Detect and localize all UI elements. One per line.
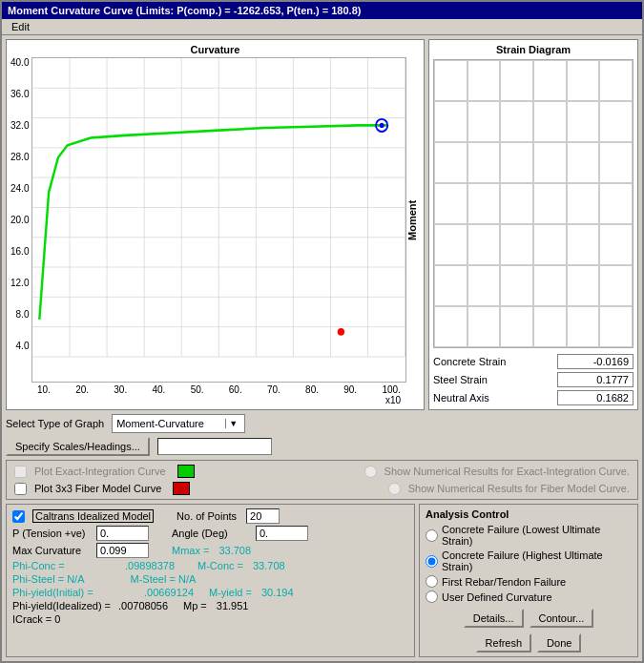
- option4-row: User Defined Curvature: [426, 590, 632, 603]
- bottom-section: Caltrans Idealized Model No. of Points P…: [6, 504, 638, 657]
- mp-value: 31.951: [217, 600, 249, 611]
- phi-conc-label: Phi-Conc =: [12, 560, 117, 571]
- exact-integration-checkbox[interactable]: [14, 466, 27, 478]
- chart-svg: [32, 58, 405, 382]
- title-bar: Moment Curvature Curve (Limits: P(comp.)…: [2, 2, 642, 19]
- strain-cell: [500, 183, 533, 224]
- exact-integration-row: Plot Exact-Integration Curve Show Numeri…: [14, 465, 630, 478]
- main-content: Curvature 40.0 36.0 32.0 28.0 24.0 20.0 …: [2, 35, 642, 661]
- steel-strain-label: Steel Strain: [433, 374, 488, 385]
- strain-cell: [434, 224, 467, 265]
- chart-panel: Curvature 40.0 36.0 32.0 28.0 24.0 20.0 …: [6, 39, 425, 410]
- strain-cell: [500, 224, 533, 265]
- phi-conc-row: Phi-Conc = .09898378 M-Conc = 33.708: [12, 560, 408, 571]
- strain-cell: [599, 306, 633, 347]
- strain-cell: [467, 60, 501, 101]
- fiber-model-checkbox[interactable]: [14, 483, 27, 495]
- neutral-axis-row: Neutral Axis 0.1682: [433, 390, 634, 405]
- menu-bar: Edit: [2, 19, 642, 35]
- m-conc-value: 33.708: [253, 560, 285, 571]
- strain-cell: [500, 142, 533, 183]
- refresh-done-row: Refresh Done: [426, 633, 632, 653]
- selected-graph-type: Moment-Curvature: [116, 418, 204, 429]
- select-type-label: Select Type of Graph: [6, 418, 104, 429]
- phi-yield-idealized-row: Phi-yield(Idealized) = .00708056 Mp = 31…: [12, 600, 408, 611]
- icrack-label: ICrack = 0: [12, 613, 60, 625]
- specify-scales-button[interactable]: Specify Scales/Headings...: [6, 437, 150, 456]
- p-tension-input[interactable]: [96, 526, 149, 541]
- option2-label: Concrete Failure (Highest Ultimate Strai…: [442, 549, 632, 572]
- strain-panel: Strain Diagram: [428, 39, 638, 410]
- mp-label: Mp =: [183, 600, 207, 611]
- parameters-panel: Caltrans Idealized Model No. of Points P…: [6, 504, 415, 657]
- max-curvature-label: Max Curvature: [12, 545, 89, 556]
- option3-label: First Rebar/Tendon Failure: [442, 576, 566, 588]
- strain-cell: [467, 101, 501, 142]
- strain-values: Concrete Strain -0.0169 Steel Strain 0.1…: [433, 354, 634, 405]
- m-steel-label: M-Steel = N/A: [131, 573, 197, 585]
- strain-cell: [500, 101, 533, 142]
- m-conc-label: M-Conc =: [197, 560, 243, 571]
- option2-row: Concrete Failure (Highest Ultimate Strai…: [426, 549, 632, 572]
- strain-cell: [599, 183, 633, 224]
- strain-cell: [500, 306, 533, 347]
- first-rebar-radio[interactable]: [426, 575, 438, 588]
- strain-cell: [500, 60, 533, 101]
- show-fiber-radio[interactable]: [388, 483, 401, 495]
- window-title: Moment Curvature Curve (Limits: P(comp.)…: [8, 5, 361, 16]
- done-button[interactable]: Done: [537, 633, 581, 653]
- strain-cell: [434, 101, 467, 142]
- concrete-strain-value: -0.0169: [557, 354, 634, 369]
- graph-type-select[interactable]: Moment-Curvature ▼: [112, 414, 245, 433]
- main-window: Moment Curvature Curve (Limits: P(comp.)…: [0, 0, 644, 663]
- p-tension-row: P (Tension +ve) Angle (Deg): [12, 526, 408, 541]
- svg-point-22: [338, 328, 344, 336]
- details-button[interactable]: Details...: [464, 609, 524, 628]
- refresh-button[interactable]: Refresh: [476, 633, 532, 653]
- phi-yield-initial-value: .00669124: [144, 587, 194, 598]
- phi-conc-value: .09898378: [125, 560, 175, 571]
- chart-area: [31, 57, 406, 383]
- caltrans-checkbox[interactable]: [12, 510, 25, 523]
- strain-cell: [434, 60, 467, 101]
- concrete-failure-highest-radio[interactable]: [426, 555, 438, 568]
- exact-integration-label: Plot Exact-Integration Curve: [34, 466, 166, 477]
- x-scale-label: x10: [10, 395, 420, 405]
- max-curvature-row: Max Curvature Mmax = 33.708: [12, 543, 408, 558]
- phi-yield-idealized-value: .00708056: [118, 600, 168, 611]
- moment-label: Moment: [406, 57, 420, 383]
- no-points-input[interactable]: [246, 508, 280, 524]
- m-yield-value: 30.194: [261, 587, 294, 598]
- contour-button[interactable]: Contour...: [530, 609, 594, 628]
- chart-title: Curvature: [10, 44, 420, 55]
- show-exact-label: Show Numerical Results for Exact-Integra…: [384, 466, 630, 477]
- strain-cell: [500, 265, 533, 306]
- analysis-control-panel: Analysis Control Concrete Failure (Lowes…: [419, 504, 638, 657]
- strain-diagram-title: Strain Diagram: [433, 44, 634, 55]
- phi-steel-row: Phi-Steel = N/A M-Steel = N/A: [12, 573, 408, 585]
- mmax-label: Mmax =: [172, 545, 209, 556]
- mmax-value: 33.708: [218, 545, 251, 556]
- strain-cell: [533, 224, 567, 265]
- menu-edit[interactable]: Edit: [8, 19, 33, 34]
- strain-cell: [434, 265, 467, 306]
- scales-input-field[interactable]: [157, 438, 272, 455]
- strain-cell: [567, 60, 600, 101]
- strain-cell: [533, 101, 567, 142]
- strain-cell: [567, 142, 600, 183]
- user-defined-radio[interactable]: [426, 590, 438, 603]
- select-arrow-icon: ▼: [225, 419, 240, 428]
- max-curvature-input[interactable]: [96, 543, 149, 558]
- strain-cell: [434, 306, 467, 347]
- show-exact-radio[interactable]: [364, 466, 377, 478]
- action-buttons-row: Details... Contour...: [426, 609, 632, 628]
- option3-row: First Rebar/Tendon Failure: [426, 575, 632, 588]
- concrete-failure-lowest-radio[interactable]: [426, 529, 438, 542]
- strain-cell: [467, 183, 501, 224]
- svg-point-21: [380, 123, 384, 128]
- strain-cell: [567, 306, 600, 347]
- steel-strain-row: Steel Strain 0.1777: [433, 372, 634, 387]
- strain-cell: [533, 306, 567, 347]
- p-tension-label: P (Tension +ve): [12, 528, 89, 539]
- angle-deg-input[interactable]: [256, 526, 308, 541]
